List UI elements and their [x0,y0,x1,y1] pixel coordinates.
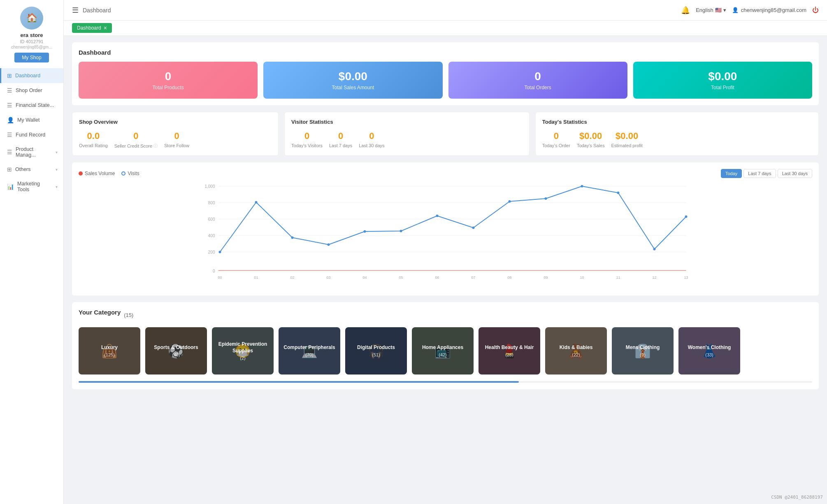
svg-text:02: 02 [290,275,294,280]
today-button[interactable]: Today [721,169,742,178]
home-count: (42) [439,352,447,357]
svg-text:05: 05 [399,275,403,280]
nav-icon-fund-record: ☰ [7,132,12,138]
visitor-stats-panel: Visitor Statistics 0 Today's Visitors 0 … [284,112,530,156]
estimated-profit-label: Estimated profit [611,143,642,148]
category-card-computer[interactable]: 💻 Computer Peripherals (70) [279,327,340,375]
topbar-right: 🔔 English 🇺🇸 ▾ 👤 chenwenjing85@gmail.com… [681,6,819,15]
chart-section: Sales Volume Visits Today Last 7 days La… [72,162,819,296]
svg-point-37 [617,192,620,194]
category-section: Your Category (15) 👜 Luxury (125) ⚽ [72,302,819,389]
topbar-title: Dashboard [83,7,111,14]
sidebar-label-product-manag: Product Manag... [16,146,52,158]
user-icon: 👤 [732,7,739,13]
close-tab-button[interactable]: × [104,25,107,31]
category-card-kids[interactable]: 🧸 Kids & Babies (22) [545,327,607,375]
kids-overlay: Kids & Babies (22) [545,327,607,375]
epidemic-overlay: Epidemic Prevention Supplies (2) [212,327,274,375]
kids-name: Kids & Babies [560,344,593,351]
scroll-bar-thumb[interactable] [79,381,519,383]
category-card-luxury[interactable]: 👜 Luxury (125) [79,327,140,375]
user-info: 👤 chenwenjing85@gmail.com [732,7,806,13]
category-scroll[interactable]: 👜 Luxury (125) ⚽ Sports & Outdoors (40) [79,327,812,378]
svg-text:200: 200 [208,250,215,254]
sidebar-item-others[interactable]: ⊞ Others ▾ [0,162,63,177]
sports-name: Sports & Outdoors [154,344,198,351]
shop-overview-title: Shop Overview [79,119,272,125]
avatar: 🏠 [20,7,43,30]
sales-legend-item: Sales Volume [79,171,115,176]
sidebar-label-fund-record: Fund Record [16,132,45,138]
sidebar-item-dashboard[interactable]: ⊞ Dashboard [0,68,63,83]
category-card-epidemic[interactable]: 😷 Epidemic Prevention Supplies (2) [212,327,274,375]
svg-text:08: 08 [507,275,511,280]
sidebar-item-my-wallet[interactable]: 👤 My Wallet [0,113,63,127]
language-selector[interactable]: English 🇺🇸 ▾ [696,7,726,13]
total-sales-value: $0.00 [339,70,367,83]
scroll-bar-track [79,381,812,383]
health-overlay: Health Beauty & Hair (28) [479,327,540,375]
visits-legend-dot [121,171,125,176]
computer-overlay: Computer Peripherals (70) [279,327,340,375]
svg-point-28 [291,236,294,239]
visits-legend-label: Visits [128,171,139,176]
seller-credit-metric: 0 Seller Credit Score ⓘ [114,131,158,149]
svg-point-32 [436,215,439,217]
last-7-days-button[interactable]: Last 7 days [743,169,776,178]
svg-text:0: 0 [213,269,215,273]
svg-text:09: 09 [544,275,548,280]
visitor-stats-title: Visitor Statistics [291,119,523,125]
mens-count: (9) [640,352,645,357]
svg-point-35 [545,197,547,200]
breadcrumb-bar: Dashboard × [64,21,827,36]
sidebar-item-financial[interactable]: ☰ Financial State... [0,98,63,113]
sidebar-item-product-manag[interactable]: ☰ Product Manag... ▾ [0,142,63,162]
chart-header: Sales Volume Visits Today Last 7 days La… [79,169,812,178]
category-card-home[interactable]: 📺 Home Appliances (42) [412,327,474,375]
visits-legend-item: Visits [121,171,139,176]
flag-icon: 🇺🇸 [715,7,722,13]
hamburger-icon[interactable]: ☰ [72,6,79,15]
main-area: ☰ Dashboard 🔔 English 🇺🇸 ▾ 👤 chenwenjing… [64,0,827,504]
topbar-left: ☰ Dashboard [72,6,111,15]
total-orders-label: Total Orders [524,85,551,90]
sidebar-item-shop-order[interactable]: ☰ Shop Order [0,83,63,98]
category-card-health[interactable]: 💄 Health Beauty & Hair (28) [479,327,540,375]
category-card-womens[interactable]: 👗 Women's Clothing (33) [678,327,740,375]
store-email: chenwenjing85@gm... [8,45,55,49]
chevron-down-icon: ▾ [723,7,726,13]
watermark: CSDN @2401_86288197 [771,495,823,500]
last-30-days-button[interactable]: Last 30 days [778,169,812,178]
nav-icon-shop-order: ☰ [7,87,12,94]
digital-count: (51) [372,352,380,357]
todays-stats-title: Today's Statistics [542,119,812,125]
dashboard-tab[interactable]: Dashboard × [72,23,112,33]
stat-card-total-sales: $0.00 Total Sales Amount [263,62,442,99]
sidebar-item-fund-record[interactable]: ☰ Fund Record [0,127,63,142]
todays-visitors-value: 0 [304,131,309,141]
chart-container: 1,000 800 600 400 200 0 00 01 [79,182,812,289]
category-card-digital[interactable]: 🎧 Digital Products (51) [345,327,407,375]
total-profit-value: $0.00 [708,70,737,83]
chevron-icon-others: ▾ [56,167,58,172]
bell-icon[interactable]: 🔔 [681,6,690,15]
shop-overview-panel: Shop Overview 0.0 Overall Rating 0 Selle… [72,112,279,156]
category-card-mens[interactable]: 👔 Mens Clothing (9) [612,327,674,375]
todays-visitors-metric: 0 Today's Visitors [291,131,323,148]
last-7-days-metric: 0 Last 7 days [329,131,352,148]
store-follow-metric: 0 Store Follow [164,131,189,148]
category-title: Your Category [79,309,121,316]
category-card-sports[interactable]: ⚽ Sports & Outdoors (40) [145,327,207,375]
myshop-button[interactable]: My Shop [14,53,49,62]
overall-rating-value: 0.0 [87,131,100,141]
svg-point-31 [400,230,402,232]
stat-card-total-orders: 0 Total Orders [448,62,627,99]
total-sales-label: Total Sales Amount [332,85,374,90]
chart-svg: 1,000 800 600 400 200 0 00 01 [79,182,812,289]
sidebar-item-marketing-tools[interactable]: 📊 Marketing Tools ▾ [0,177,63,197]
total-products-label: Total Products [153,85,184,90]
womens-name: Women's Clothing [688,344,731,351]
womens-count: (33) [705,352,713,357]
logout-button[interactable]: ⏻ [812,7,819,14]
user-email: chenwenjing85@gmail.com [741,7,806,13]
